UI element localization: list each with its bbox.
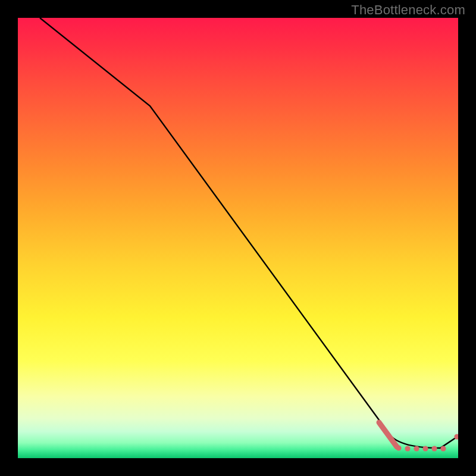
svg-point-5	[440, 446, 446, 451]
svg-point-2	[414, 446, 419, 451]
chart-container: TheBottleneck.com	[0, 0, 476, 476]
watermark-text: TheBottleneck.com	[351, 2, 465, 18]
highlight-dash-path	[379, 422, 397, 447]
svg-point-1	[405, 446, 410, 451]
svg-point-0	[396, 445, 401, 450]
plot-area	[18, 18, 458, 458]
svg-point-4	[431, 446, 437, 451]
main-curve-path	[40, 18, 458, 448]
chart-overlay	[18, 18, 458, 458]
svg-point-3	[422, 446, 428, 451]
